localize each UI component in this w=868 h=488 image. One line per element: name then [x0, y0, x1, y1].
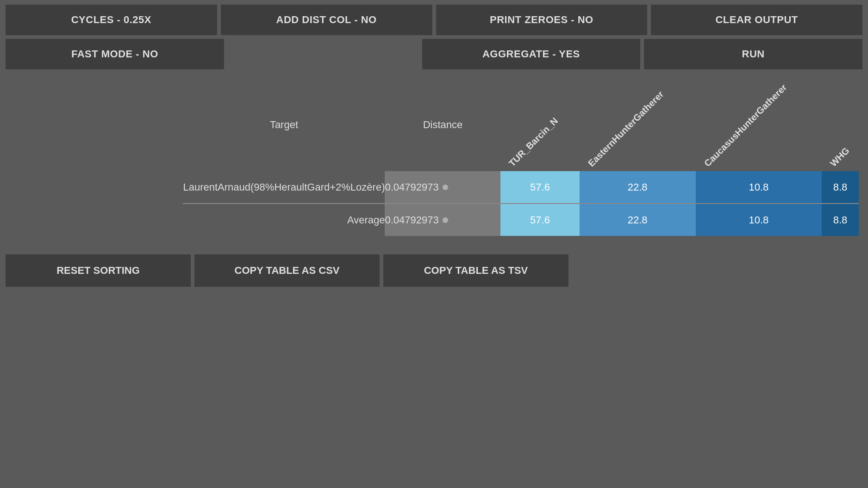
col1-header[interactable]: TUR_Barcin_N — [500, 79, 579, 171]
distance-dot — [443, 185, 448, 190]
average-distance-dot — [443, 217, 448, 223]
row-col2: 22.8 — [580, 171, 696, 204]
row-distance: 0.04792973 — [385, 171, 500, 204]
reset-sorting-button[interactable]: RESET SORTING — [6, 254, 191, 287]
average-col2: 22.8 — [580, 204, 696, 236]
average-label: Average — [183, 204, 385, 236]
average-col1: 57.6 — [500, 204, 579, 236]
target-header[interactable]: Target — [183, 79, 385, 171]
fast-mode-button[interactable]: FAST MODE - NO — [6, 39, 224, 69]
copy-tsv-button[interactable]: COPY TABLE AS TSV — [383, 254, 568, 287]
bottom-toolbar: RESET SORTING COPY TABLE AS CSV COPY TAB… — [0, 245, 868, 296]
average-col3: 10.8 — [696, 204, 822, 236]
col2-header[interactable]: EasternHunterGatherer — [580, 79, 696, 171]
table-row: LaurentArnaud(98%HeraultGard+2%Lozère) 0… — [183, 171, 859, 204]
row-col4: 8.8 — [822, 171, 859, 204]
col3-header[interactable]: CaucasusHunterGatherer — [696, 79, 822, 171]
clear-output-button[interactable]: CLEAR OUTPUT — [651, 5, 862, 35]
row-target: LaurentArnaud(98%HeraultGard+2%Lozère) — [183, 171, 385, 204]
average-row: Average 0.04792973 57.6 22.8 10.8 8.8 — [183, 204, 859, 236]
print-zeroes-button[interactable]: PRINT ZEROES - NO — [436, 5, 648, 35]
average-col4: 8.8 — [822, 204, 859, 236]
row-col1: 57.6 — [500, 171, 579, 204]
results-table: Target Distance TUR_Barcin_N EasternHunt… — [183, 79, 859, 236]
aggregate-button[interactable]: AGGREGATE - YES — [422, 39, 641, 69]
toolbar-row-2: FAST MODE - NO AGGREGATE - YES RUN — [6, 39, 862, 69]
add-dist-col-button[interactable]: ADD DIST COL - NO — [221, 5, 432, 35]
toolbar: CYCLES - 0.25X ADD DIST COL - NO PRINT Z… — [0, 0, 868, 74]
data-table-container: Target Distance TUR_Barcin_N EasternHunt… — [0, 79, 868, 236]
distance-header[interactable]: Distance — [385, 79, 500, 171]
run-button[interactable]: RUN — [644, 39, 862, 69]
col4-header[interactable]: WHG — [822, 79, 859, 171]
toolbar-spacer — [228, 39, 418, 69]
row-col3: 10.8 — [696, 171, 822, 204]
cycles-button[interactable]: CYCLES - 0.25X — [6, 5, 217, 35]
toolbar-row-1: CYCLES - 0.25X ADD DIST COL - NO PRINT Z… — [6, 5, 862, 35]
average-distance: 0.04792973 — [385, 204, 500, 236]
copy-csv-button[interactable]: COPY TABLE AS CSV — [194, 254, 380, 287]
